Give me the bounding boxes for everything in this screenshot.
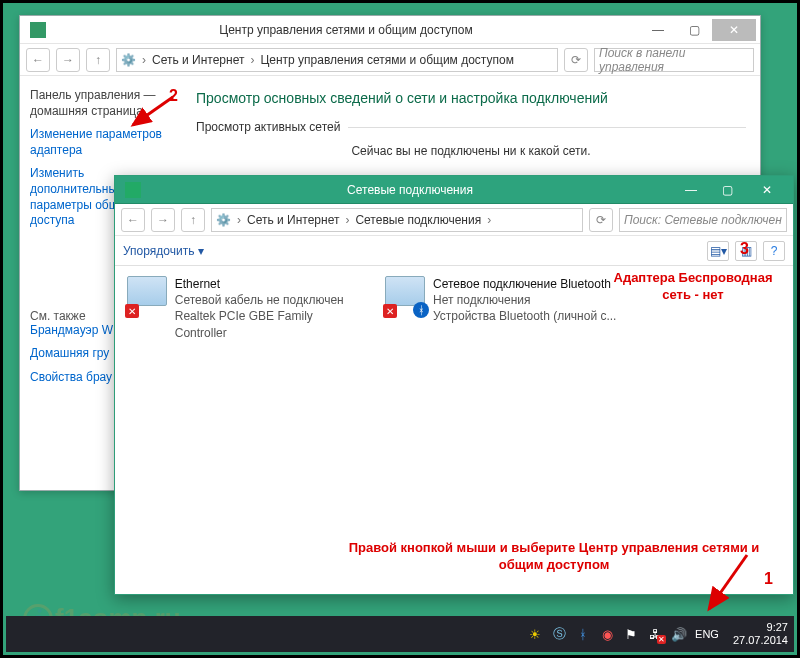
page-heading: Просмотр основных сведений о сети и наст… [196, 90, 746, 106]
chevron-right-icon: › [483, 213, 495, 227]
error-badge-icon: ✕ [383, 304, 397, 318]
annotation-tray-tip: Правой кнопкой мыши и выберите Центр упр… [345, 540, 763, 574]
adapter-list: ✕ Ethernet Сетевой кабель не подключен R… [115, 266, 793, 594]
adapter-device: Realtek PCIe GBE Family Controller [175, 308, 367, 340]
forward-button[interactable]: → [151, 208, 175, 232]
refresh-button[interactable]: ⟳ [589, 208, 613, 232]
network-connections-window: Сетевые подключения — ▢ ✕ ← → ↑ ⚙️ › Сет… [114, 175, 794, 595]
adapter-device: Устройства Bluetooth (личной с... [433, 308, 616, 324]
active-networks-label: Просмотр активных сетей [196, 120, 340, 134]
forward-button[interactable]: → [56, 48, 80, 72]
help-button[interactable]: ? [763, 241, 785, 261]
titlebar[interactable]: Центр управления сетями и общим доступом… [20, 16, 760, 44]
ethernet-icon [127, 276, 167, 306]
adapter-status: Нет подключения [433, 292, 616, 308]
search-input[interactable]: Поиск в панели управления [594, 48, 754, 72]
back-button[interactable]: ← [121, 208, 145, 232]
close-button[interactable]: ✕ [712, 19, 756, 41]
up-button[interactable]: ↑ [181, 208, 205, 232]
chevron-right-icon: › [138, 53, 150, 67]
breadcrumb-seg[interactable]: Сетевые подключения [355, 213, 481, 227]
maximize-button[interactable]: ▢ [676, 19, 712, 41]
up-button[interactable]: ↑ [86, 48, 110, 72]
titlebar[interactable]: Сетевые подключения — ▢ ✕ [115, 176, 793, 204]
window-title: Центр управления сетями и общим доступом [52, 23, 640, 37]
search-placeholder: Поиск: Сетевые подключен [624, 213, 782, 227]
breadcrumb-seg[interactable]: Сеть и Интернет [152, 53, 244, 67]
tray-action-center-icon[interactable]: ⚑ [623, 626, 639, 642]
adapter-name: Сетевое подключение Bluetooth [433, 276, 616, 292]
chevron-right-icon: › [246, 53, 258, 67]
adapter-bluetooth[interactable]: ✕ ᚼ Сетевое подключение Bluetooth Нет по… [385, 276, 625, 341]
tray-clock[interactable]: 9:27 27.07.2014 [733, 621, 788, 646]
refresh-button[interactable]: ⟳ [564, 48, 588, 72]
annotation-number-3: 3 [740, 240, 749, 258]
tray-skype-icon[interactable]: Ⓢ [551, 626, 567, 642]
tray-volume-icon[interactable]: 🔊 [671, 626, 687, 642]
tray-bluetooth-icon[interactable]: ᚼ [575, 626, 591, 642]
close-button[interactable]: ✕ [745, 179, 789, 201]
window-icon [30, 22, 46, 38]
annotation-no-wifi: Адаптера Беспроводная сеть - нет [603, 270, 783, 304]
tray-time: 9:27 [733, 621, 788, 634]
control-panel-icon: ⚙️ [216, 213, 231, 227]
tray-weather-icon[interactable]: ☀ [527, 626, 543, 642]
address-bar: ← → ↑ ⚙️ › Сеть и Интернет › Центр управ… [20, 44, 760, 76]
adapter-status: Сетевой кабель не подключен [175, 292, 367, 308]
breadcrumb-seg[interactable]: Центр управления сетями и общим доступом [260, 53, 514, 67]
annotation-number-1: 1 [764, 570, 773, 588]
breadcrumb[interactable]: ⚙️ › Сеть и Интернет › Сетевые подключен… [211, 208, 583, 232]
tray-network-icon[interactable]: 🖧✕ [647, 626, 663, 642]
error-badge-icon: ✕ [125, 304, 139, 318]
adapter-ethernet[interactable]: ✕ Ethernet Сетевой кабель не подключен R… [127, 276, 367, 341]
view-options-button[interactable]: ▤▾ [707, 241, 729, 261]
tray-date: 27.07.2014 [733, 634, 788, 647]
tray-language[interactable]: ENG [695, 626, 719, 642]
annotation-number-2: 2 [169, 87, 178, 105]
minimize-button[interactable]: — [673, 179, 709, 201]
back-button[interactable]: ← [26, 48, 50, 72]
taskbar[interactable]: ☀ Ⓢ ᚼ ◉ ⚑ 🖧✕ 🔊 ENG 9:27 27.07.2014 [6, 616, 794, 652]
tray-security-icon[interactable]: ◉ [599, 626, 615, 642]
window-icon [125, 182, 141, 198]
minimize-button[interactable]: — [640, 19, 676, 41]
no-connection-message: Сейчас вы не подключены ни к какой сети. [196, 144, 746, 158]
bluetooth-icon: ᚼ [413, 302, 429, 318]
maximize-button[interactable]: ▢ [709, 179, 745, 201]
search-placeholder: Поиск в панели управления [599, 46, 749, 74]
toolbar: Упорядочить ▾ ▤▾ ▥ ? [115, 236, 793, 266]
search-input[interactable]: Поиск: Сетевые подключен [619, 208, 787, 232]
chevron-right-icon: › [341, 213, 353, 227]
window-title: Сетевые подключения [147, 183, 673, 197]
address-bar: ← → ↑ ⚙️ › Сеть и Интернет › Сетевые под… [115, 204, 793, 236]
chevron-down-icon: ▾ [198, 244, 204, 258]
control-panel-home-link[interactable]: Панель управления — домашняя страница [30, 88, 172, 119]
control-panel-icon: ⚙️ [121, 53, 136, 67]
adapter-name: Ethernet [175, 276, 367, 292]
change-adapter-settings-link[interactable]: Изменение параметров адаптера [30, 127, 172, 158]
breadcrumb-seg[interactable]: Сеть и Интернет [247, 213, 339, 227]
breadcrumb[interactable]: ⚙️ › Сеть и Интернет › Центр управления … [116, 48, 558, 72]
chevron-right-icon: › [233, 213, 245, 227]
organize-menu[interactable]: Упорядочить ▾ [123, 244, 204, 258]
